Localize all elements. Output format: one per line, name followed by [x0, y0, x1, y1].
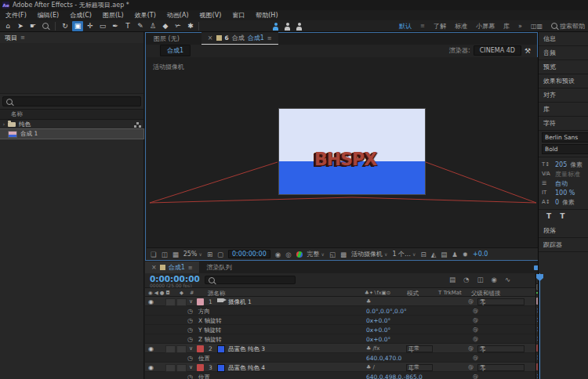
composition-mini-flowchart-icon[interactable]: ▤ — [449, 276, 456, 283]
channels-icon[interactable] — [296, 251, 303, 258]
twirl-expander-icon[interactable]: ∨ — [189, 364, 193, 371]
blend-mode-select[interactable]: 正常∨ — [406, 364, 433, 371]
trkmat-column[interactable]: T TrkMat — [438, 290, 462, 296]
main-viewer-icon[interactable]: ◫ — [162, 251, 168, 258]
property-row[interactable]: ◷位置640.0,498.0,-865.0@ — [145, 372, 535, 379]
show-snapshot-icon[interactable]: ◎ — [285, 251, 291, 258]
composition-viewer[interactable]: 活动摄像机 BHSPX — [147, 57, 538, 247]
stopwatch-icon[interactable]: ◷ — [187, 308, 193, 315]
blend-mode-select[interactable]: 正常∨ — [406, 345, 433, 352]
renderer-settings-icon[interactable]: ⚒ — [524, 47, 531, 55]
pen-tool[interactable]: ✒ — [110, 21, 121, 31]
parent-select[interactable]: 无∨ — [477, 345, 524, 352]
graph-editor-icon[interactable]: ∿ — [505, 276, 510, 283]
project-item-composition[interactable]: 合成 1 — [0, 129, 143, 139]
pixel-aspect-icon[interactable]: ⊟ — [421, 251, 426, 258]
stopwatch-icon[interactable]: ◷ — [187, 336, 193, 343]
menu-item[interactable]: 编辑(E) — [32, 11, 64, 20]
workspace-tab[interactable]: 了解 — [434, 22, 446, 31]
grid-guides-icon[interactable]: ⊞ — [207, 251, 212, 258]
motion-blur-icon[interactable]: ◉ — [491, 276, 496, 283]
view-select[interactable]: 活动摄像机∨ — [351, 250, 387, 258]
menu-item[interactable]: 文件(F) — [0, 11, 32, 20]
eraser-tool[interactable]: ◆ — [160, 21, 171, 31]
property-value[interactable]: 640.0,470.0 — [366, 355, 401, 362]
flowchart-icon[interactable]: ♟ — [452, 251, 458, 258]
render-queue-tab[interactable]: 渲染队列 — [199, 262, 240, 273]
property-row[interactable]: ◷位置640.0,470.0@ — [145, 353, 535, 363]
shape-tool[interactable]: ▭ — [97, 21, 108, 31]
workspace-tab[interactable]: 标准 — [455, 22, 467, 31]
panel-menu-icon[interactable]: ≡ — [20, 34, 25, 41]
roi-icon[interactable]: ◱ — [329, 251, 336, 258]
timeline-comp-tab[interactable]: × 合成1 ≡ — [145, 262, 199, 273]
viewer-layout-icon[interactable]: ▦ — [172, 251, 179, 258]
rotation-tool[interactable]: ↻ — [60, 21, 71, 31]
property-value[interactable]: 0x+0.0° — [366, 317, 390, 324]
parent-pickwhip-icon[interactable]: @ — [468, 345, 474, 352]
parent-select[interactable]: 无∨ — [477, 364, 524, 371]
font-size-value[interactable]: 205 — [555, 161, 567, 168]
parent-pickwhip-icon[interactable]: @ — [468, 364, 474, 371]
parent-pickwhip-icon[interactable]: @ — [473, 327, 478, 334]
property-value[interactable]: 0x+0.0° — [366, 327, 390, 334]
menu-item[interactable]: 帮助(H) — [250, 11, 283, 20]
preview-timecode[interactable]: 0:00:00:00 — [228, 250, 270, 258]
layer-row[interactable]: ◉∨2品蓝色 纯色 3♣ ∕fx正常∨@无∨ — [145, 344, 535, 353]
label-color-swatch[interactable] — [197, 364, 204, 371]
stopwatch-icon[interactable]: ◷ — [187, 374, 193, 379]
kerning-value[interactable]: 度量标准 — [555, 170, 580, 179]
layer-panel-tab[interactable]: 图层 (无) — [146, 33, 187, 45]
timeline-search-input[interactable] — [205, 276, 296, 284]
workspace-switcher-icon[interactable]: ◫▥ — [531, 23, 543, 30]
mask-visibility-icon[interactable]: ▢ — [217, 251, 223, 258]
transparency-grid-icon[interactable]: ▩ — [340, 251, 347, 258]
tracker-panel-header[interactable]: 跟踪器 — [539, 238, 588, 252]
leading-value[interactable]: 自动 — [555, 179, 568, 188]
workspace-tab[interactable]: 小屏幕 — [476, 22, 495, 31]
parent-pickwhip-icon[interactable]: @ — [468, 298, 474, 305]
character-kerning-control[interactable]: V⁄A度量标准 — [539, 169, 588, 179]
menu-item[interactable]: 视图(V) — [194, 11, 227, 20]
sidebar-panel-效果和预设[interactable]: 效果和预设 — [539, 74, 588, 88]
home-tool[interactable]: ⌂ — [2, 21, 13, 31]
twirl-expander-icon[interactable]: ∨ — [189, 298, 193, 305]
stopwatch-icon[interactable]: ◷ — [187, 317, 193, 324]
twirl-expander-icon[interactable]: ∨ — [189, 345, 193, 352]
eye-icon[interactable]: ◉ — [148, 364, 154, 371]
always-preview-icon[interactable]: ❏ — [151, 251, 157, 258]
font-style-select[interactable]: Bold — [542, 144, 588, 154]
person-tool-icon[interactable] — [284, 22, 291, 31]
character-leading-control[interactable]: ☰自动 — [539, 179, 588, 188]
help-search[interactable]: 搜索帮助 — [551, 22, 585, 31]
property-row[interactable]: ◷Z 轴旋转0x+0.0°@ — [145, 334, 535, 344]
timeline-button-icon[interactable]: ▤ — [441, 251, 447, 258]
menu-item[interactable]: 窗口 — [227, 11, 250, 20]
panel-menu-icon[interactable]: ≡ — [188, 265, 193, 271]
zoom-tool[interactable] — [40, 21, 51, 31]
layer-row[interactable]: ◉∨1摄像机 1♣@无∨ — [145, 297, 535, 306]
tracking-value[interactable]: 0 — [555, 199, 559, 206]
exposure-icon[interactable]: ✹ — [463, 251, 468, 258]
sidebar-panel-对齐[interactable]: 对齐 — [539, 88, 588, 103]
shy-icon[interactable]: ◔ — [463, 276, 469, 283]
composition-panel-tab[interactable]: × 6 合成 合成1 ≡ — [201, 32, 278, 45]
roto-brush-tool[interactable]: ✃ — [172, 21, 183, 31]
expander-icon[interactable]: › — [0, 121, 8, 128]
faux-styles-buttons[interactable]: T T — [539, 212, 588, 224]
menu-item[interactable]: 合成(C) — [64, 11, 97, 20]
magnification-select[interactable]: 25%∨ — [183, 251, 202, 258]
workspace-menu-icon[interactable]: ≡ — [420, 23, 425, 29]
property-value[interactable]: 0x+0.0° — [366, 336, 390, 343]
snapshot-icon[interactable]: ◉ — [275, 251, 281, 258]
hand-tool[interactable]: ☛ — [27, 21, 38, 31]
project-name-column-header[interactable]: 名称 — [0, 109, 143, 120]
clone-stamp-tool[interactable]: ♙ — [147, 21, 158, 31]
view-layout-select[interactable]: 1 个…∨ — [392, 250, 416, 258]
comp-view-chip[interactable]: 合成1 — [160, 45, 191, 56]
menu-item[interactable]: 图层(L) — [97, 11, 129, 20]
current-time-indicator[interactable] — [539, 273, 540, 379]
parent-pickwhip-icon[interactable]: @ — [473, 317, 478, 324]
resolution-select[interactable]: 完整∨ — [307, 250, 325, 258]
person-outline-tool-icon[interactable] — [296, 22, 303, 31]
